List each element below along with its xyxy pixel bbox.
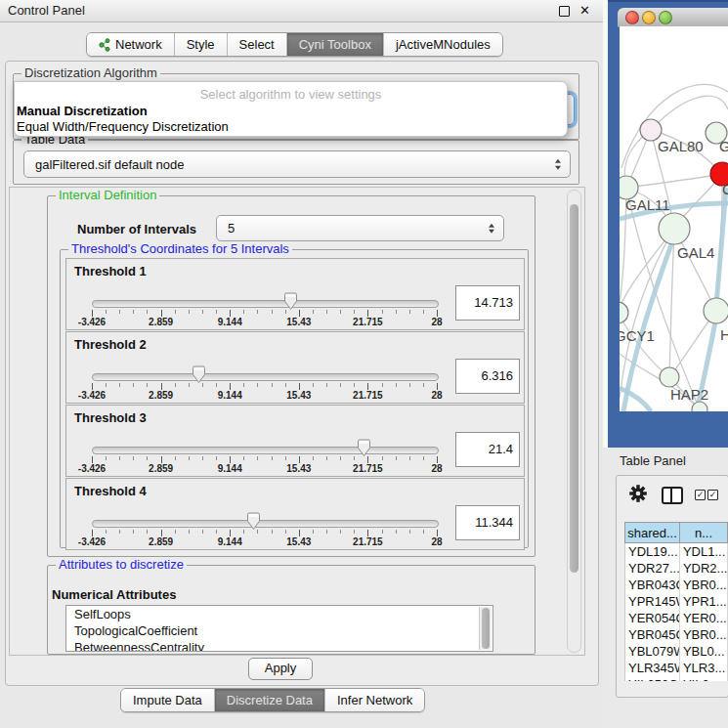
table-row[interactable]: YDR27...YDR2... xyxy=(624,560,728,577)
table-row[interactable]: YBR043CYBR0... xyxy=(624,577,728,593)
slider-tick xyxy=(147,456,148,460)
slider-tick xyxy=(243,456,244,460)
table-cell: YIL052C xyxy=(625,676,680,681)
table-row[interactable]: YDL19...YDL1... xyxy=(624,543,728,560)
slider-thumb[interactable] xyxy=(192,365,206,384)
slider-track[interactable] xyxy=(92,300,439,308)
slider-tick xyxy=(161,383,162,390)
dropdown-option-manual-discretization[interactable]: Manual Discretization xyxy=(17,104,148,118)
control-panel: Control Panel ✕ NetworkStyleSelectCyni T… xyxy=(0,0,603,728)
network-window-titlebar[interactable] xyxy=(618,8,728,27)
slider-thumb[interactable] xyxy=(283,292,298,311)
slider-tick xyxy=(437,310,438,317)
scrollbar-thumb[interactable] xyxy=(570,204,578,573)
slider-thumb[interactable] xyxy=(357,439,371,457)
checkbox-icon[interactable]: ✓ xyxy=(695,490,706,500)
dropdown-option-equal-width-frequency[interactable]: Equal Width/Frequency Discretization xyxy=(17,119,229,134)
float-window-icon[interactable] xyxy=(559,6,570,17)
slider-tick xyxy=(382,310,383,314)
tab-network[interactable]: Network xyxy=(87,33,175,56)
network-canvas[interactable]: GAL80GCGAL11GAL4HGCY1HAP2 xyxy=(620,26,728,411)
network-node[interactable] xyxy=(692,402,707,411)
slider-tick xyxy=(189,456,190,460)
minimize-traffic-light-icon[interactable] xyxy=(642,11,656,24)
slider-tick xyxy=(216,383,217,387)
table-row[interactable]: YBL079WYBL0... xyxy=(624,643,728,660)
table-cell: YDL1... xyxy=(680,543,728,560)
slider-track[interactable] xyxy=(92,373,439,381)
apply-button[interactable]: Apply xyxy=(248,658,313,680)
dropdown-placeholder: Select algorithm to view settings xyxy=(15,87,567,102)
tab-infer-network[interactable]: Infer Network xyxy=(325,689,424,711)
column-header[interactable]: shared... xyxy=(625,523,680,543)
slider-tick xyxy=(230,530,231,536)
slider-tick-label: -3.426 xyxy=(78,536,106,547)
slider-tick xyxy=(106,456,107,460)
slider-tick xyxy=(161,310,162,317)
table-data-combobox[interactable]: galFiltered.sif default node xyxy=(23,150,571,178)
algorithm-dropdown-popup: Select algorithm to view settings Manual… xyxy=(14,81,568,137)
slider-tick xyxy=(299,310,300,317)
table-row[interactable]: YLR345WYLR3... xyxy=(624,660,728,676)
threshold-value-field[interactable]: 6.316 xyxy=(455,359,520,394)
zoom-traffic-light-icon[interactable] xyxy=(659,11,672,24)
network-node[interactable] xyxy=(620,302,628,323)
tab-label: Cyni Toolbox xyxy=(299,37,371,52)
table-row[interactable]: YER054CYER0... xyxy=(624,610,728,626)
tab-label: Network xyxy=(115,37,162,52)
tab-select[interactable]: Select xyxy=(228,33,287,56)
threshold-value-field[interactable]: 11.344 xyxy=(455,505,520,540)
tab-discretize-data[interactable]: Discretize Data xyxy=(215,689,325,711)
slider-tick xyxy=(257,456,258,460)
tab-label: Infer Network xyxy=(337,693,412,707)
table-row[interactable]: YPR145WYPR1... xyxy=(624,593,728,610)
slider-tick xyxy=(396,456,397,460)
number-of-intervals-label: Number of Intervals xyxy=(77,222,196,236)
slider-thumb[interactable] xyxy=(246,512,261,531)
slider-tick xyxy=(161,456,162,463)
tab-impute-data[interactable]: Impute Data xyxy=(121,689,215,711)
network-icon xyxy=(99,38,110,52)
list-item[interactable]: BetweennessCentrality xyxy=(66,639,492,652)
network-node[interactable] xyxy=(659,213,690,244)
close-traffic-light-icon[interactable] xyxy=(625,11,639,24)
slider-thumb-icon xyxy=(246,512,261,531)
tab-jactivemnodules[interactable]: jActiveMNodules xyxy=(384,33,502,56)
table-row[interactable]: YBR045CYBR0... xyxy=(624,626,728,643)
tab-cyni-toolbox[interactable]: Cyni Toolbox xyxy=(287,33,384,56)
table-cell: YDL19... xyxy=(625,543,680,560)
slider-tick xyxy=(216,310,217,314)
network-node[interactable] xyxy=(704,298,728,323)
threshold-value-field[interactable]: 21.4 xyxy=(455,432,520,467)
slider-tick-label: 9.144 xyxy=(218,390,242,401)
slider-tick xyxy=(92,383,93,390)
slider-tick xyxy=(92,530,93,536)
list-scrollbar[interactable] xyxy=(479,607,492,650)
slider-thumb-icon xyxy=(192,365,206,384)
network-node[interactable] xyxy=(660,367,679,387)
threshold-value-field[interactable]: 14.713 xyxy=(455,285,520,321)
slider-tick-label: 28 xyxy=(431,390,442,401)
table-cell: YER0... xyxy=(680,610,728,626)
number-of-intervals-spinner[interactable]: 5 xyxy=(216,215,504,241)
slider-track[interactable] xyxy=(92,447,439,454)
slider-tick xyxy=(230,310,231,317)
list-item[interactable]: TopologicalCoefficient xyxy=(66,622,492,639)
gear-icon[interactable] xyxy=(629,485,647,506)
checkbox-icon[interactable]: ✓ xyxy=(707,490,718,500)
list-item[interactable]: SelfLoops xyxy=(66,606,492,622)
table-cell: YDR2... xyxy=(680,560,728,577)
slider-tick xyxy=(326,456,327,460)
slider-tick xyxy=(175,383,176,387)
split-table-icon[interactable] xyxy=(662,487,683,504)
table-row[interactable]: YIL052CYIL0... xyxy=(624,676,728,681)
slider-track[interactable] xyxy=(92,520,439,528)
table-panel-body: ✓ ✓ shared...n... YDL19...YDL1...YDR27..… xyxy=(616,475,728,698)
slider-tick xyxy=(409,310,410,314)
column-header[interactable]: n... xyxy=(680,523,728,543)
tab-style[interactable]: Style xyxy=(175,33,228,56)
settings-scrollbar[interactable] xyxy=(567,190,581,653)
close-icon[interactable]: ✕ xyxy=(579,3,590,18)
slider-tick-label: 21.715 xyxy=(353,463,383,474)
numerical-attributes-list[interactable]: SelfLoopsTopologicalCoefficientBetweenne… xyxy=(65,605,493,652)
